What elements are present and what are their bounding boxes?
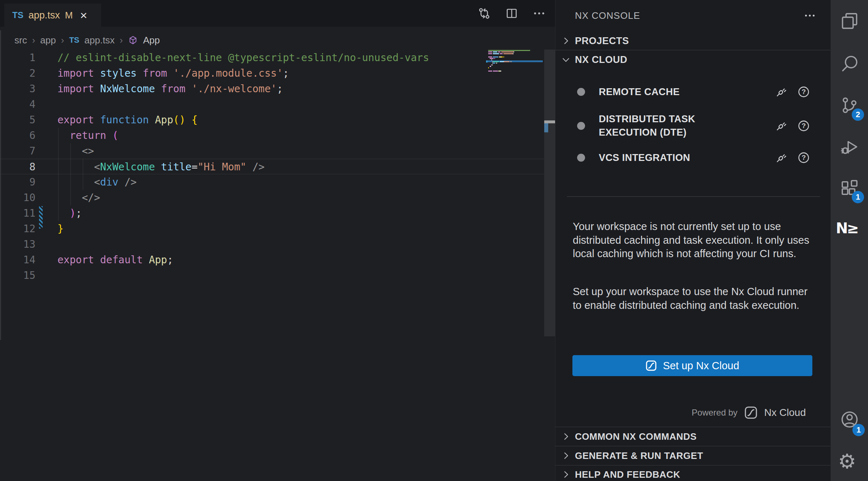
help-question-icon[interactable]: ? — [798, 86, 810, 98]
help-question-icon[interactable]: ? — [798, 120, 810, 132]
setup-instruction-text: Set up your workspace to use the Nx Clou… — [573, 285, 814, 312]
powered-by-label: Powered by — [692, 408, 738, 418]
tab-strip: TS app.tsx M × — [0, 0, 555, 27]
breadcrumb-item-file[interactable]: app.tsx — [85, 35, 115, 46]
editor-scrollbar[interactable] — [544, 50, 555, 336]
section-label: COMMON NX COMMANDS — [575, 431, 697, 442]
gutter-modified-marker — [39, 206, 43, 229]
status-dot-icon — [577, 88, 585, 96]
code-line[interactable]: 4 — [0, 97, 544, 112]
help-question-icon[interactable]: ? — [798, 152, 810, 164]
code-line[interactable]: 1// eslint-disable-next-line @typescript… — [0, 50, 544, 65]
feature-dte: DISTRIBUTED TASK EXECUTION (DTE) ? — [577, 108, 810, 143]
code-editor[interactable]: 1// eslint-disable-next-line @typescript… — [0, 47, 555, 481]
svg-text:?: ? — [802, 88, 806, 95]
code-line[interactable]: 12} — [0, 221, 544, 237]
status-dot-icon — [577, 154, 585, 162]
code-line[interactable]: 9 <div /> — [0, 174, 544, 190]
chevron-right-icon — [561, 451, 571, 460]
chevron-right-icon: › — [32, 35, 35, 46]
code-line[interactable]: 6 return ( — [0, 128, 544, 143]
indent-guide — [70, 143, 71, 205]
editor-actions — [478, 0, 546, 27]
connect-plug-icon[interactable] — [775, 120, 787, 132]
code-line[interactable]: 15 — [0, 268, 544, 283]
chevron-right-icon — [561, 470, 571, 479]
nx-console-icon[interactable]: N≥ — [836, 220, 858, 237]
extensions-badge: 1 — [852, 191, 864, 203]
chevron-right-icon — [561, 432, 571, 441]
nx-console-panel: NX CONSOLE PROJECTS NX CLOUD REMOTE CACH… — [555, 0, 830, 481]
chevron-right-icon: › — [61, 35, 64, 46]
divider — [555, 427, 831, 427]
more-actions-icon[interactable] — [533, 7, 546, 20]
code-line[interactable]: 13 — [0, 237, 544, 252]
section-label: NX CLOUD — [575, 54, 627, 65]
code-line[interactable]: 5export function App() { — [0, 112, 544, 128]
nx-cloud-logo-icon — [744, 406, 758, 420]
source-control-badge: 2 — [852, 108, 864, 121]
run-debug-icon[interactable] — [840, 137, 859, 156]
chevron-right-icon: › — [120, 35, 123, 46]
section-nx-cloud[interactable]: NX CLOUD — [555, 51, 831, 68]
divider — [555, 50, 831, 50]
overview-modified-marker — [544, 123, 548, 132]
code-line[interactable]: 14export default App; — [0, 252, 544, 268]
connect-plug-icon[interactable] — [775, 152, 787, 164]
workspace-status-text: Your workspace is not currently set up t… — [573, 220, 814, 261]
close-icon[interactable]: × — [80, 9, 87, 21]
feature-label: VCS INTEGRATION — [599, 151, 690, 165]
tab-app-tsx[interactable]: TS app.tsx M × — [4, 4, 101, 27]
section-generate-run-target[interactable]: GENERATE & RUN TARGET — [555, 447, 831, 465]
setup-nx-cloud-button[interactable]: Set up Nx Cloud — [572, 355, 812, 376]
feature-label: REMOTE CACHE — [599, 85, 680, 99]
nx-cloud-logo-icon — [645, 360, 657, 371]
vscode-window: TS app.tsx M × — [0, 0, 868, 481]
section-label: HELP AND FEEDBACK — [575, 469, 680, 480]
feature-vcs-integration: VCS INTEGRATION ? — [577, 149, 810, 166]
indent-guide — [83, 159, 83, 190]
svg-text:?: ? — [802, 122, 806, 129]
split-editor-icon[interactable] — [505, 7, 518, 20]
activity-bar: 2 1 N≥ 1 ⚙ — [830, 0, 868, 481]
typescript-icon: TS — [69, 35, 79, 45]
svg-text:?: ? — [802, 154, 806, 161]
minimap[interactable] — [486, 50, 543, 75]
tab-label: app.tsx — [29, 10, 60, 21]
account-badge: 1 — [852, 424, 865, 436]
section-common-nx-commands[interactable]: COMMON NX COMMANDS — [555, 427, 831, 446]
panel-header: NX CONSOLE — [575, 7, 816, 24]
divider — [567, 196, 820, 197]
button-label: Set up Nx Cloud — [663, 360, 739, 372]
feature-label: DISTRIBUTED TASK EXECUTION (DTE) — [599, 112, 743, 139]
code-line[interactable]: 7 <> — [0, 143, 544, 159]
open-changes-icon[interactable] — [478, 7, 491, 20]
more-actions-icon[interactable] — [804, 9, 816, 22]
breadcrumb-item-src[interactable]: src — [14, 35, 27, 46]
breadcrumb-item-app[interactable]: app — [40, 35, 56, 46]
brand-label: Nx Cloud — [764, 407, 806, 418]
code-line[interactable]: 11 ); — [0, 205, 544, 221]
code-line[interactable]: 8 <NxWelcome title="Hi Mom" /> — [0, 159, 544, 174]
window-edge — [0, 30, 1, 340]
code-line[interactable]: 10 </> — [0, 190, 544, 205]
divider — [555, 446, 831, 446]
section-help-and-feedback[interactable]: HELP AND FEEDBACK — [555, 466, 831, 481]
overview-cursor-marker — [544, 120, 555, 123]
settings-gear-icon[interactable]: ⚙ — [838, 451, 856, 472]
feature-remote-cache: REMOTE CACHE ? — [577, 83, 810, 101]
chevron-right-icon — [561, 36, 571, 46]
minimap-modified-marker — [486, 60, 487, 63]
typescript-icon: TS — [12, 10, 23, 20]
explorer-files-icon[interactable] — [840, 12, 859, 30]
code-line[interactable]: 3import NxWelcome from './nx-welcome'; — [0, 81, 544, 97]
search-icon[interactable] — [840, 54, 859, 73]
symbol-cube-icon — [128, 35, 138, 45]
breadcrumb-item-symbol[interactable]: App — [143, 35, 160, 46]
connect-plug-icon[interactable] — [775, 86, 787, 98]
divider — [555, 465, 831, 465]
code-line[interactable]: 2import styles from './app.module.css'; — [0, 65, 544, 81]
panel-title: NX CONSOLE — [575, 10, 640, 21]
section-projects[interactable]: PROJECTS — [555, 33, 831, 49]
breadcrumb: src › app › TS app.tsx › App — [14, 33, 160, 47]
